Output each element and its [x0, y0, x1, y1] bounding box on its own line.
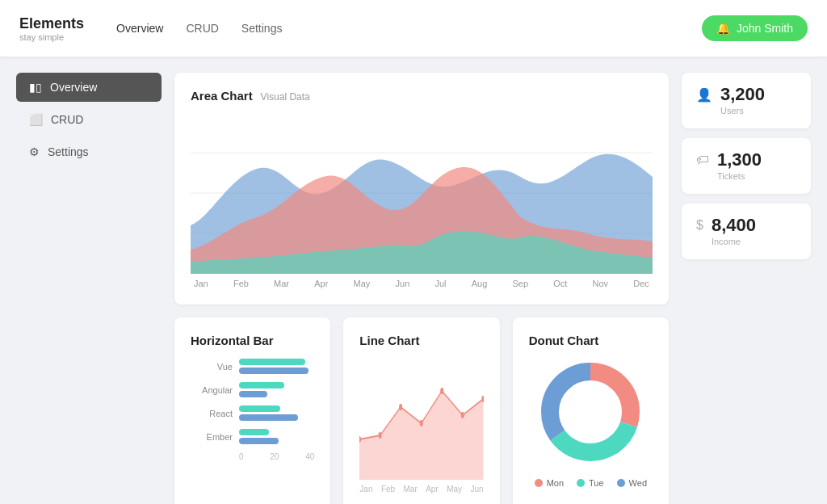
area-chart-header: Area Chart Visual Data	[191, 89, 653, 103]
legend-dot-tue	[577, 479, 585, 487]
hbar-ember-blue	[239, 438, 279, 444]
legend-dot-wed	[617, 479, 625, 487]
hbar-card: Horizontal Bar Vue Angular	[174, 317, 330, 504]
hbar-angular-teal	[239, 382, 284, 388]
stat-users-value: 3,200	[720, 86, 765, 103]
hbar-vue-blue	[239, 368, 309, 374]
legend-label-wed: Wed	[629, 478, 647, 488]
area-chart-labels: Jan Feb Mar Apr May Jun Jul Aug Sep Oct …	[191, 279, 653, 288]
svg-point-6	[420, 420, 423, 426]
svg-point-5	[399, 404, 402, 410]
area-chart-card: Area Chart Visual Data Jan	[174, 73, 669, 304]
gear-icon: ⚙	[29, 145, 40, 158]
line-chart-card: Line Chart	[343, 317, 499, 504]
hbar-axis: 0 20 40	[191, 452, 314, 461]
bar-chart-icon: ▮▯	[29, 81, 42, 94]
stat-users: 👤 3,200 Users	[682, 73, 811, 128]
brand-subtitle: stay simple	[19, 32, 84, 42]
line-chart-wrap	[359, 359, 483, 480]
hbar-react-blue	[239, 414, 298, 421]
brand-title: Elements	[19, 15, 84, 32]
dollar-icon: $	[696, 218, 703, 233]
sidebar-item-crud[interactable]: ⬜ CRUD	[16, 105, 162, 134]
sidebar-label-settings: Settings	[48, 145, 89, 158]
hbar-ember-teal	[239, 429, 269, 435]
area-chart-title: Area Chart	[191, 89, 253, 103]
donut-chart-card: Donut Chart	[513, 317, 669, 504]
tag-icon: 🏷	[696, 153, 709, 167]
hbar-vue-teal	[239, 359, 305, 365]
bottom-row: Horizontal Bar Vue Angular	[174, 317, 669, 504]
hbar-angular-blue	[239, 391, 267, 397]
donut-legend: Mon Tue Wed	[535, 478, 647, 488]
donut-wrap: Mon Tue Wed	[529, 355, 653, 488]
table-icon: ⬜	[29, 113, 43, 126]
stat-income: $ 8,400 Income	[682, 204, 811, 259]
sidebar-item-settings[interactable]: ⚙ Settings	[16, 137, 162, 166]
stat-income-label: Income	[712, 237, 756, 246]
main-content: ▮▯ Overview ⬜ CRUD ⚙ Settings Area Chart…	[0, 57, 827, 504]
stat-income-value: 8,400	[712, 216, 756, 234]
legend-dot-mon	[535, 479, 543, 487]
nav-settings[interactable]: Settings	[241, 19, 283, 38]
nav-overview[interactable]: Overview	[116, 19, 163, 38]
top-nav: Elements stay simple Overview CRUD Setti…	[0, 0, 827, 57]
hbar-wrap: Vue Angular React	[191, 359, 314, 461]
user-name: John Smith	[737, 22, 793, 35]
legend-mon: Mon	[535, 478, 564, 488]
brand: Elements stay simple	[19, 15, 84, 42]
donut-chart-title: Donut Chart	[529, 334, 653, 347]
center-area: Area Chart Visual Data Jan	[174, 73, 669, 504]
legend-tue: Tue	[577, 478, 604, 488]
stat-tickets-label: Tickets	[717, 171, 762, 181]
hbar-title: Horizontal Bar	[191, 334, 314, 347]
legend-label-mon: Mon	[547, 478, 564, 488]
bell-icon: 🔔	[716, 22, 730, 35]
hbar-row-react: React	[191, 405, 314, 421]
line-chart-svg	[359, 359, 483, 480]
legend-wed: Wed	[617, 478, 647, 488]
user-button[interactable]: 🔔 John Smith	[702, 15, 808, 41]
hbar-row-angular: Angular	[191, 382, 314, 397]
nav-crud[interactable]: CRUD	[186, 19, 218, 38]
sidebar-item-overview[interactable]: ▮▯ Overview	[16, 73, 162, 102]
svg-point-13	[566, 388, 615, 436]
svg-point-7	[441, 388, 444, 394]
legend-label-tue: Tue	[589, 478, 604, 488]
hbar-react-teal	[239, 405, 280, 412]
stat-users-label: Users	[720, 106, 765, 116]
area-chart-svg	[191, 112, 653, 274]
person-icon: 👤	[696, 87, 712, 103]
donut-chart-svg	[534, 355, 647, 468]
nav-links: Overview CRUD Settings	[116, 19, 702, 38]
line-chart-labels: Jan Feb Mar Apr May Jun	[359, 485, 483, 494]
nav-right: 🔔 John Smith	[702, 15, 808, 41]
hbar-row-ember: Ember	[191, 429, 314, 444]
area-chart-wrap	[191, 112, 653, 274]
svg-point-8	[461, 412, 464, 418]
hbar-row-vue: Vue	[191, 359, 314, 374]
sidebar: ▮▯ Overview ⬜ CRUD ⚙ Settings	[16, 73, 162, 504]
stat-tickets-value: 1,300	[717, 151, 762, 169]
line-chart-title: Line Chart	[359, 334, 483, 347]
sidebar-label-overview: Overview	[50, 81, 97, 94]
stat-tickets: 🏷 1,300 Tickets	[682, 138, 811, 194]
area-chart-subtitle: Visual Data	[261, 91, 310, 103]
stats-panel: 👤 3,200 Users 🏷 1,300 Tickets $ 8,400 In…	[682, 73, 811, 504]
svg-point-4	[379, 432, 382, 439]
sidebar-label-crud: CRUD	[51, 113, 83, 126]
